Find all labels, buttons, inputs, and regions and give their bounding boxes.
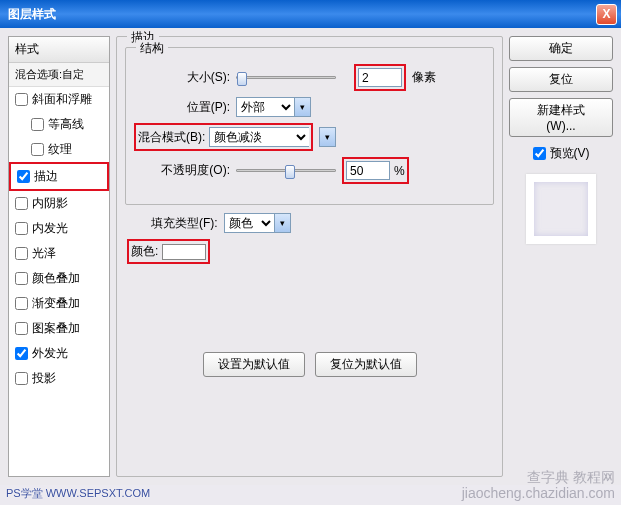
sidebar-checkbox[interactable] bbox=[15, 372, 28, 385]
reset-button[interactable]: 复位 bbox=[509, 67, 613, 92]
sidebar-item-3[interactable]: 描边 bbox=[9, 162, 109, 191]
blend-select[interactable]: 颜色减淡 bbox=[209, 127, 309, 147]
sidebar-item-11[interactable]: 投影 bbox=[9, 366, 109, 391]
sidebar-item-label: 渐变叠加 bbox=[32, 295, 80, 312]
opacity-label: 不透明度(O): bbox=[134, 162, 230, 179]
sidebar-checkbox[interactable] bbox=[15, 93, 28, 106]
sidebar-checkbox[interactable] bbox=[15, 347, 28, 360]
opacity-slider[interactable] bbox=[236, 169, 336, 172]
window-title: 图层样式 bbox=[8, 6, 56, 23]
opacity-input[interactable] bbox=[346, 161, 390, 180]
sidebar-item-7[interactable]: 颜色叠加 bbox=[9, 266, 109, 291]
sidebar-checkbox[interactable] bbox=[15, 197, 28, 210]
chevron-down-icon[interactable]: ▾ bbox=[319, 127, 336, 147]
right-column: 确定 复位 新建样式(W)... 预览(V) bbox=[509, 36, 613, 477]
preview-label: 预览(V) bbox=[550, 145, 590, 162]
chevron-down-icon: ▾ bbox=[294, 97, 311, 117]
position-label: 位置(P): bbox=[134, 99, 230, 116]
size-slider[interactable] bbox=[236, 76, 336, 79]
sidebar-item-10[interactable]: 外发光 bbox=[9, 341, 109, 366]
opacity-unit: % bbox=[394, 164, 405, 178]
sidebar-item-label: 斜面和浮雕 bbox=[32, 91, 92, 108]
sidebar-item-label: 光泽 bbox=[32, 245, 56, 262]
sidebar-checkbox[interactable] bbox=[15, 297, 28, 310]
title-bar: 图层样式 X bbox=[0, 0, 621, 28]
sidebar-item-label: 颜色叠加 bbox=[32, 270, 80, 287]
sidebar-item-6[interactable]: 光泽 bbox=[9, 241, 109, 266]
structure-title: 结构 bbox=[136, 40, 168, 57]
main-panel: 描边 结构 大小(S): 像素 位置(P): 外部▾ bbox=[116, 36, 503, 477]
fill-label: 填充类型(F): bbox=[151, 215, 218, 232]
sidebar-item-0[interactable]: 斜面和浮雕 bbox=[9, 87, 109, 112]
sidebar-header[interactable]: 样式 bbox=[9, 37, 109, 63]
sidebar-item-label: 纹理 bbox=[48, 141, 72, 158]
preview-box bbox=[526, 174, 596, 244]
sidebar-checkbox[interactable] bbox=[15, 272, 28, 285]
chevron-down-icon: ▾ bbox=[274, 213, 291, 233]
color-label: 颜色: bbox=[131, 243, 158, 260]
sidebar-blend-options[interactable]: 混合选项:自定 bbox=[9, 63, 109, 87]
position-select[interactable]: 外部▾ bbox=[236, 97, 311, 117]
watermark-left: PS学堂 WWW.SEPSXT.COM bbox=[6, 486, 150, 501]
close-icon: X bbox=[602, 7, 610, 21]
sidebar-checkbox[interactable] bbox=[15, 322, 28, 335]
ok-button[interactable]: 确定 bbox=[509, 36, 613, 61]
reset-default-button[interactable]: 复位为默认值 bbox=[315, 352, 417, 377]
sidebar-item-label: 图案叠加 bbox=[32, 320, 80, 337]
color-swatch[interactable] bbox=[162, 244, 206, 260]
fill-select[interactable]: 颜色▾ bbox=[224, 213, 291, 233]
sidebar-item-label: 外发光 bbox=[32, 345, 68, 362]
sidebar-item-1[interactable]: 等高线 bbox=[9, 112, 109, 137]
styles-sidebar: 样式 混合选项:自定 斜面和浮雕等高线纹理描边内阴影内发光光泽颜色叠加渐变叠加图… bbox=[8, 36, 110, 477]
sidebar-checkbox[interactable] bbox=[15, 247, 28, 260]
sidebar-checkbox[interactable] bbox=[17, 170, 30, 183]
sidebar-item-label: 内发光 bbox=[32, 220, 68, 237]
size-unit: 像素 bbox=[412, 69, 436, 86]
size-input[interactable] bbox=[358, 68, 402, 87]
sidebar-item-8[interactable]: 渐变叠加 bbox=[9, 291, 109, 316]
sidebar-checkbox[interactable] bbox=[15, 222, 28, 235]
size-label: 大小(S): bbox=[134, 69, 230, 86]
sidebar-item-5[interactable]: 内发光 bbox=[9, 216, 109, 241]
blend-label: 混合模式(B): bbox=[138, 129, 205, 146]
sidebar-checkbox[interactable] bbox=[31, 118, 44, 131]
sidebar-item-label: 投影 bbox=[32, 370, 56, 387]
preview-checkbox[interactable] bbox=[533, 147, 546, 160]
sidebar-item-label: 等高线 bbox=[48, 116, 84, 133]
sidebar-checkbox[interactable] bbox=[31, 143, 44, 156]
sidebar-item-label: 内阴影 bbox=[32, 195, 68, 212]
close-button[interactable]: X bbox=[596, 4, 617, 25]
sidebar-item-label: 描边 bbox=[34, 168, 58, 185]
new-style-button[interactable]: 新建样式(W)... bbox=[509, 98, 613, 137]
watermark-right: 查字典 教程网 jiaocheng.chazidian.com bbox=[462, 470, 615, 501]
sidebar-item-9[interactable]: 图案叠加 bbox=[9, 316, 109, 341]
sidebar-item-2[interactable]: 纹理 bbox=[9, 137, 109, 162]
set-default-button[interactable]: 设置为默认值 bbox=[203, 352, 305, 377]
sidebar-item-4[interactable]: 内阴影 bbox=[9, 191, 109, 216]
